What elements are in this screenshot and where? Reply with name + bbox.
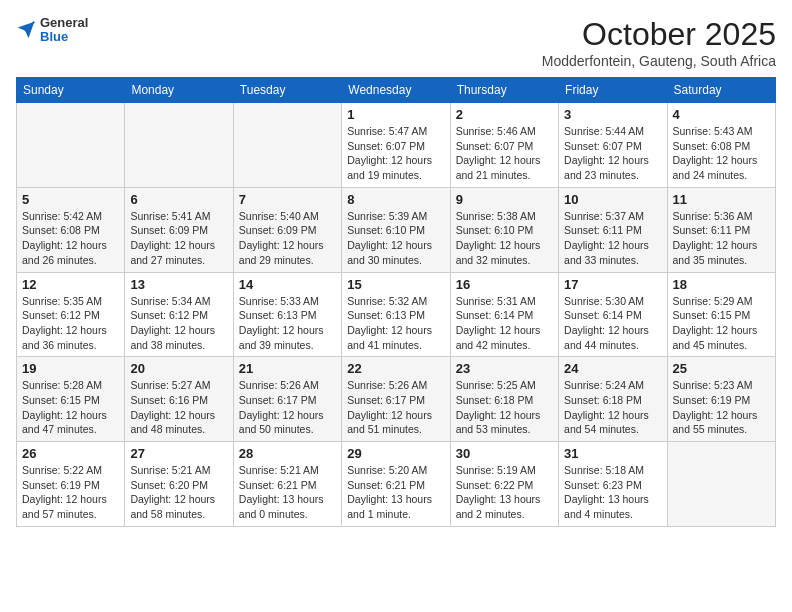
weekday-header-row: SundayMondayTuesdayWednesdayThursdayFrid…	[17, 78, 776, 103]
day-number: 5	[22, 192, 119, 207]
calendar-cell: 3Sunrise: 5:44 AM Sunset: 6:07 PM Daylig…	[559, 103, 667, 188]
calendar-week-1: 1Sunrise: 5:47 AM Sunset: 6:07 PM Daylig…	[17, 103, 776, 188]
logo-blue: Blue	[40, 30, 88, 44]
day-info: Sunrise: 5:26 AM Sunset: 6:17 PM Dayligh…	[347, 378, 444, 437]
calendar-cell: 9Sunrise: 5:38 AM Sunset: 6:10 PM Daylig…	[450, 187, 558, 272]
day-info: Sunrise: 5:36 AM Sunset: 6:11 PM Dayligh…	[673, 209, 770, 268]
day-info: Sunrise: 5:24 AM Sunset: 6:18 PM Dayligh…	[564, 378, 661, 437]
day-number: 30	[456, 446, 553, 461]
day-number: 20	[130, 361, 227, 376]
calendar-cell	[125, 103, 233, 188]
day-info: Sunrise: 5:40 AM Sunset: 6:09 PM Dayligh…	[239, 209, 336, 268]
calendar-week-2: 5Sunrise: 5:42 AM Sunset: 6:08 PM Daylig…	[17, 187, 776, 272]
logo-text: General Blue	[40, 16, 88, 45]
calendar-cell: 30Sunrise: 5:19 AM Sunset: 6:22 PM Dayli…	[450, 442, 558, 527]
day-info: Sunrise: 5:46 AM Sunset: 6:07 PM Dayligh…	[456, 124, 553, 183]
weekday-header-wednesday: Wednesday	[342, 78, 450, 103]
calendar-cell: 1Sunrise: 5:47 AM Sunset: 6:07 PM Daylig…	[342, 103, 450, 188]
day-number: 12	[22, 277, 119, 292]
day-number: 21	[239, 361, 336, 376]
day-info: Sunrise: 5:18 AM Sunset: 6:23 PM Dayligh…	[564, 463, 661, 522]
calendar-cell: 12Sunrise: 5:35 AM Sunset: 6:12 PM Dayli…	[17, 272, 125, 357]
day-number: 1	[347, 107, 444, 122]
weekday-header-sunday: Sunday	[17, 78, 125, 103]
calendar-cell: 14Sunrise: 5:33 AM Sunset: 6:13 PM Dayli…	[233, 272, 341, 357]
day-number: 6	[130, 192, 227, 207]
day-number: 8	[347, 192, 444, 207]
calendar-week-5: 26Sunrise: 5:22 AM Sunset: 6:19 PM Dayli…	[17, 442, 776, 527]
day-info: Sunrise: 5:34 AM Sunset: 6:12 PM Dayligh…	[130, 294, 227, 353]
day-info: Sunrise: 5:26 AM Sunset: 6:17 PM Dayligh…	[239, 378, 336, 437]
calendar-cell: 15Sunrise: 5:32 AM Sunset: 6:13 PM Dayli…	[342, 272, 450, 357]
day-number: 13	[130, 277, 227, 292]
calendar-cell: 13Sunrise: 5:34 AM Sunset: 6:12 PM Dayli…	[125, 272, 233, 357]
page-header: General Blue October 2025 Modderfontein,…	[16, 16, 776, 69]
logo-general: General	[40, 16, 88, 30]
month-title: October 2025	[542, 16, 776, 53]
day-number: 7	[239, 192, 336, 207]
day-info: Sunrise: 5:20 AM Sunset: 6:21 PM Dayligh…	[347, 463, 444, 522]
calendar-cell	[667, 442, 775, 527]
day-info: Sunrise: 5:27 AM Sunset: 6:16 PM Dayligh…	[130, 378, 227, 437]
calendar-table: SundayMondayTuesdayWednesdayThursdayFrid…	[16, 77, 776, 527]
day-info: Sunrise: 5:21 AM Sunset: 6:21 PM Dayligh…	[239, 463, 336, 522]
calendar-cell	[233, 103, 341, 188]
calendar-cell: 19Sunrise: 5:28 AM Sunset: 6:15 PM Dayli…	[17, 357, 125, 442]
day-info: Sunrise: 5:21 AM Sunset: 6:20 PM Dayligh…	[130, 463, 227, 522]
calendar-cell: 18Sunrise: 5:29 AM Sunset: 6:15 PM Dayli…	[667, 272, 775, 357]
day-info: Sunrise: 5:28 AM Sunset: 6:15 PM Dayligh…	[22, 378, 119, 437]
calendar-cell: 27Sunrise: 5:21 AM Sunset: 6:20 PM Dayli…	[125, 442, 233, 527]
calendar-cell: 6Sunrise: 5:41 AM Sunset: 6:09 PM Daylig…	[125, 187, 233, 272]
calendar-cell: 26Sunrise: 5:22 AM Sunset: 6:19 PM Dayli…	[17, 442, 125, 527]
day-number: 3	[564, 107, 661, 122]
calendar-cell: 17Sunrise: 5:30 AM Sunset: 6:14 PM Dayli…	[559, 272, 667, 357]
calendar-cell: 2Sunrise: 5:46 AM Sunset: 6:07 PM Daylig…	[450, 103, 558, 188]
day-number: 15	[347, 277, 444, 292]
day-number: 22	[347, 361, 444, 376]
calendar-cell: 11Sunrise: 5:36 AM Sunset: 6:11 PM Dayli…	[667, 187, 775, 272]
logo-bird-icon	[16, 20, 36, 40]
day-number: 28	[239, 446, 336, 461]
calendar-cell: 8Sunrise: 5:39 AM Sunset: 6:10 PM Daylig…	[342, 187, 450, 272]
day-info: Sunrise: 5:31 AM Sunset: 6:14 PM Dayligh…	[456, 294, 553, 353]
calendar-cell: 23Sunrise: 5:25 AM Sunset: 6:18 PM Dayli…	[450, 357, 558, 442]
day-info: Sunrise: 5:23 AM Sunset: 6:19 PM Dayligh…	[673, 378, 770, 437]
day-number: 17	[564, 277, 661, 292]
day-info: Sunrise: 5:39 AM Sunset: 6:10 PM Dayligh…	[347, 209, 444, 268]
weekday-header-tuesday: Tuesday	[233, 78, 341, 103]
day-number: 24	[564, 361, 661, 376]
day-number: 25	[673, 361, 770, 376]
calendar-cell: 21Sunrise: 5:26 AM Sunset: 6:17 PM Dayli…	[233, 357, 341, 442]
day-number: 16	[456, 277, 553, 292]
calendar-cell: 31Sunrise: 5:18 AM Sunset: 6:23 PM Dayli…	[559, 442, 667, 527]
title-area: October 2025 Modderfontein, Gauteng, Sou…	[542, 16, 776, 69]
day-number: 27	[130, 446, 227, 461]
calendar-cell: 22Sunrise: 5:26 AM Sunset: 6:17 PM Dayli…	[342, 357, 450, 442]
day-number: 23	[456, 361, 553, 376]
day-number: 31	[564, 446, 661, 461]
day-info: Sunrise: 5:19 AM Sunset: 6:22 PM Dayligh…	[456, 463, 553, 522]
day-info: Sunrise: 5:35 AM Sunset: 6:12 PM Dayligh…	[22, 294, 119, 353]
weekday-header-monday: Monday	[125, 78, 233, 103]
weekday-header-saturday: Saturday	[667, 78, 775, 103]
day-number: 26	[22, 446, 119, 461]
day-number: 10	[564, 192, 661, 207]
calendar-cell: 20Sunrise: 5:27 AM Sunset: 6:16 PM Dayli…	[125, 357, 233, 442]
calendar-week-4: 19Sunrise: 5:28 AM Sunset: 6:15 PM Dayli…	[17, 357, 776, 442]
day-info: Sunrise: 5:37 AM Sunset: 6:11 PM Dayligh…	[564, 209, 661, 268]
calendar-cell: 7Sunrise: 5:40 AM Sunset: 6:09 PM Daylig…	[233, 187, 341, 272]
day-info: Sunrise: 5:38 AM Sunset: 6:10 PM Dayligh…	[456, 209, 553, 268]
day-info: Sunrise: 5:47 AM Sunset: 6:07 PM Dayligh…	[347, 124, 444, 183]
day-info: Sunrise: 5:29 AM Sunset: 6:15 PM Dayligh…	[673, 294, 770, 353]
calendar-week-3: 12Sunrise: 5:35 AM Sunset: 6:12 PM Dayli…	[17, 272, 776, 357]
day-number: 2	[456, 107, 553, 122]
calendar-cell: 24Sunrise: 5:24 AM Sunset: 6:18 PM Dayli…	[559, 357, 667, 442]
calendar-cell: 4Sunrise: 5:43 AM Sunset: 6:08 PM Daylig…	[667, 103, 775, 188]
day-info: Sunrise: 5:22 AM Sunset: 6:19 PM Dayligh…	[22, 463, 119, 522]
day-number: 11	[673, 192, 770, 207]
calendar-cell: 28Sunrise: 5:21 AM Sunset: 6:21 PM Dayli…	[233, 442, 341, 527]
day-info: Sunrise: 5:30 AM Sunset: 6:14 PM Dayligh…	[564, 294, 661, 353]
day-number: 29	[347, 446, 444, 461]
location: Modderfontein, Gauteng, South Africa	[542, 53, 776, 69]
day-number: 14	[239, 277, 336, 292]
